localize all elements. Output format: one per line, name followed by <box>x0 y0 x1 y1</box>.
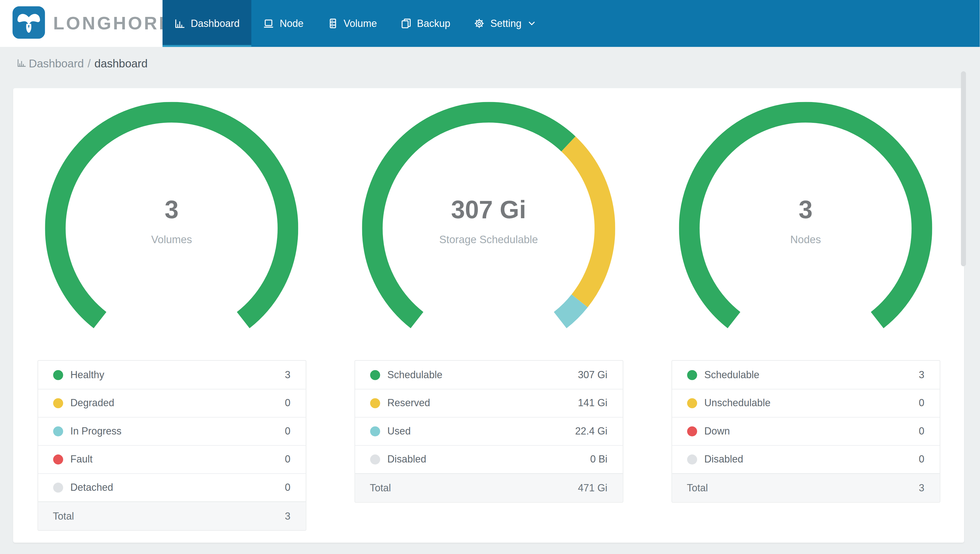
volumes-gauge: 3 Volumes <box>45 102 298 355</box>
legend-label: Schedulable <box>387 369 578 380</box>
gauge-center-value: 307 Gi <box>362 193 615 226</box>
gear-icon <box>474 18 485 29</box>
legend-color-dot <box>53 483 63 493</box>
volumes-column: 3 Volumes Healthy3Degraded0In Progress0F… <box>13 88 330 543</box>
legend-value: 0 Bi <box>590 454 607 465</box>
legend-label: Fault <box>70 454 285 465</box>
legend-value: 0 <box>285 482 290 493</box>
legend-label: Unschedulable <box>704 398 919 409</box>
nav-item-setting[interactable]: Setting <box>462 0 547 47</box>
legend-value: 3 <box>919 369 924 380</box>
legend-row: Fault0 <box>38 445 305 473</box>
legend-label: Used <box>387 426 575 437</box>
nav-item-volume[interactable]: Volume <box>316 0 389 47</box>
legend-color-dot <box>370 454 380 465</box>
nav-item-backup[interactable]: Backup <box>389 0 462 47</box>
gauge-center-label: Volumes <box>45 233 298 247</box>
legend-row: Detached0 <box>38 473 305 501</box>
legend-color-dot <box>687 427 697 436</box>
total-value: 471 Gi <box>578 482 607 494</box>
total-label: Total <box>53 511 285 522</box>
nav-item-label: Volume <box>344 18 377 29</box>
legend-color-dot <box>53 454 63 465</box>
gauge-arc-segment <box>560 301 579 320</box>
legend-value: 0 <box>285 426 290 437</box>
nav-item-label: Dashboard <box>191 18 240 29</box>
legend-value: 0 <box>919 426 924 437</box>
legend-value: 0 <box>285 454 290 465</box>
legend-color-dot <box>687 370 697 380</box>
main-nav: Dashboard Node Volume <box>162 0 980 47</box>
bar-chart-icon <box>174 18 185 29</box>
legend-value: 141 Gi <box>578 398 607 409</box>
gauge-center-label: Storage Schedulable <box>362 233 615 247</box>
legend-row: Used22.4 Gi <box>355 417 622 445</box>
storage-column: 307 Gi Storage Schedulable Schedulable30… <box>330 88 647 543</box>
legend-total-row: Total3 <box>672 473 940 502</box>
legend-color-dot <box>370 427 380 436</box>
legend-value: 0 <box>919 454 924 465</box>
legend-label: Disabled <box>387 454 590 465</box>
legend-row: In Progress0 <box>38 417 305 445</box>
legend-value: 0 <box>919 398 924 409</box>
nodes-column: 3 Nodes Schedulable3Unschedulable0Down0D… <box>647 88 964 543</box>
storage-legend-table: Schedulable307 GiReserved141 GiUsed22.4 … <box>354 360 623 503</box>
nodes-gauge: 3 Nodes <box>679 102 932 355</box>
breadcrumb-section[interactable]: Dashboard <box>17 57 84 70</box>
nodes-legend-table: Schedulable3Unschedulable0Down0Disabled0… <box>671 360 940 503</box>
gauge-center-label: Nodes <box>679 233 932 247</box>
legend-label: Degraded <box>70 398 285 409</box>
legend-value: 22.4 Gi <box>575 426 607 437</box>
nav-item-label: Setting <box>490 18 521 29</box>
breadcrumb-separator: / <box>88 57 91 70</box>
legend-row: Schedulable3 <box>672 361 940 389</box>
nav-item-label: Node <box>280 18 303 29</box>
legend-label: Detached <box>70 482 285 493</box>
total-label: Total <box>687 482 919 494</box>
legend-row: Disabled0 <box>672 445 940 473</box>
legend-label: In Progress <box>70 426 285 437</box>
dashboard-card: 3 Volumes Healthy3Degraded0In Progress0F… <box>13 88 964 543</box>
legend-label: Healthy <box>70 369 285 380</box>
legend-row: Disabled0 Bi <box>355 445 622 473</box>
total-value: 3 <box>285 511 290 522</box>
gauge-center-value: 3 <box>679 193 932 226</box>
server-icon <box>327 18 338 29</box>
legend-color-dot <box>687 454 697 465</box>
header: LONGHORN Dashboard Node <box>0 0 980 47</box>
breadcrumb: Dashboard / dashboard <box>17 57 980 70</box>
scrollbar-thumb[interactable] <box>961 71 966 266</box>
legend-total-row: Total471 Gi <box>355 473 622 502</box>
gauge-center-value: 3 <box>45 193 298 226</box>
nav-item-node[interactable]: Node <box>251 0 316 47</box>
legend-label: Down <box>704 426 919 437</box>
chevron-down-icon <box>528 21 535 26</box>
legend-color-dot <box>370 398 380 408</box>
total-label: Total <box>370 482 578 494</box>
legend-row: Down0 <box>672 417 940 445</box>
legend-color-dot <box>370 370 380 380</box>
bull-icon <box>13 6 45 41</box>
volumes-legend-table: Healthy3Degraded0In Progress0Fault0Detac… <box>37 360 306 531</box>
legend-label: Reserved <box>387 398 578 409</box>
legend-value: 0 <box>285 398 290 409</box>
brand-text: LONGHORN <box>53 13 174 33</box>
longhorn-logo[interactable]: LONGHORN <box>0 0 162 47</box>
total-value: 3 <box>919 482 924 494</box>
app-root: LONGHORN Dashboard Node <box>0 0 980 554</box>
legend-label: Disabled <box>704 454 919 465</box>
legend-total-row: Total3 <box>38 501 305 530</box>
legend-value: 307 Gi <box>578 369 607 380</box>
legend-color-dot <box>53 398 63 408</box>
bar-chart-icon <box>17 57 26 70</box>
legend-row: Reserved141 Gi <box>355 389 622 417</box>
legend-color-dot <box>53 427 63 436</box>
legend-value: 3 <box>285 369 290 380</box>
legend-label: Schedulable <box>704 369 919 380</box>
legend-row: Schedulable307 Gi <box>355 361 622 389</box>
storage-gauge: 307 Gi Storage Schedulable <box>362 102 615 355</box>
nav-item-dashboard[interactable]: Dashboard <box>162 0 251 47</box>
legend-row: Healthy3 <box>38 361 305 389</box>
legend-color-dot <box>53 370 63 380</box>
nav-item-label: Backup <box>417 18 450 29</box>
